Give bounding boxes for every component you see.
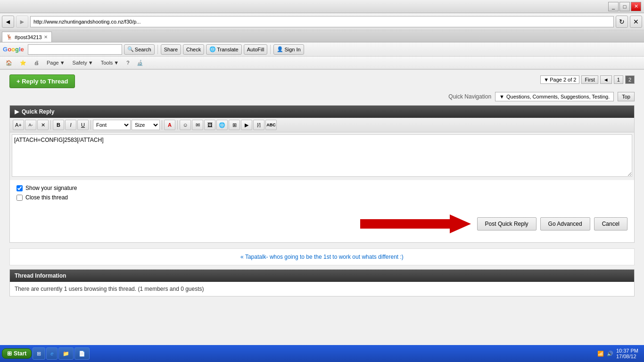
- page-menu-button[interactable]: Page ▼: [44, 58, 68, 68]
- bold-button[interactable]: B: [53, 120, 64, 130]
- translate-button[interactable]: 🌐 Translate: [206, 44, 241, 55]
- google-logo: Google: [3, 46, 24, 53]
- font-color-button[interactable]: A: [164, 120, 175, 130]
- nav-link-row: « Tapatalk- whos going to be the 1st to …: [9, 248, 635, 265]
- quick-nav-dropdown[interactable]: ▼ Questions, Comments, Suggestions, Test…: [495, 92, 614, 101]
- editor-separator-2: [91, 120, 91, 130]
- first-page-button[interactable]: First: [581, 75, 598, 84]
- font-color-icon: A: [168, 122, 172, 128]
- thread-info-body: There are currently 1 users browsing thi…: [10, 282, 634, 296]
- search-icon: 🔍: [127, 46, 134, 52]
- search-button[interactable]: 🔍 Search: [124, 44, 155, 55]
- post-quick-reply-button[interactable]: Post Quick Reply: [477, 217, 537, 230]
- tools-menu-button[interactable]: Tools ▼: [98, 58, 122, 68]
- share-button[interactable]: Share: [161, 44, 181, 55]
- page-dropdown[interactable]: ▼ Page 2 of 2: [540, 75, 579, 84]
- quick-reply-header-arrow: ▶: [15, 108, 19, 115]
- minimize-button[interactable]: _: [608, 2, 619, 11]
- video-icon: ▶: [245, 122, 248, 128]
- back-button[interactable]: ◄: [2, 16, 14, 28]
- page-content: + Reply to Thread ▼ Page 2 of 2 First ◄ …: [0, 70, 644, 362]
- reply-to-thread-button[interactable]: + Reply to Thread: [9, 74, 75, 88]
- taskbar-app-2[interactable]: e: [46, 347, 58, 360]
- titlebar-controls: _ □ ✕: [608, 2, 641, 11]
- toolbar-print-icon[interactable]: 🖨: [31, 58, 42, 68]
- underline-icon: U: [81, 122, 85, 128]
- taskbar-app-3[interactable]: 📁: [58, 347, 74, 360]
- toolbar-star-icon[interactable]: ⭐: [17, 58, 29, 68]
- tools-label: Tools: [101, 60, 113, 66]
- refresh-button[interactable]: ↻: [616, 16, 628, 28]
- signin-button[interactable]: 👤 Sign In: [273, 44, 304, 55]
- smiley-button[interactable]: ☺: [180, 120, 191, 130]
- autofill-button[interactable]: AutoFill: [244, 44, 268, 55]
- document-icon: 📄: [79, 351, 85, 357]
- italic-button[interactable]: I: [65, 120, 76, 130]
- clock: 10:37 PM 17/08/12: [616, 348, 638, 359]
- forward-button[interactable]: ►: [16, 16, 28, 28]
- research-button[interactable]: 🔬: [134, 58, 146, 68]
- thread-info-section: Thread Information There are currently 1…: [9, 269, 635, 296]
- email-icon: ✉: [196, 122, 200, 128]
- user-icon: 👤: [277, 46, 283, 52]
- tab-close-icon[interactable]: ✕: [44, 34, 48, 40]
- size-select[interactable]: Size: [132, 120, 160, 130]
- go-advanced-button[interactable]: Go Advanced: [540, 217, 590, 230]
- table-button[interactable]: ⊞: [229, 120, 240, 130]
- check-button[interactable]: Check: [183, 44, 204, 55]
- taskbar: ⊞ Start ⊞ e 📁 📄 📶 🔊 10:37 PM 17/08/12: [0, 345, 644, 362]
- page-label: Page: [47, 60, 59, 66]
- spell-button[interactable]: ABC: [265, 120, 277, 130]
- font-select[interactable]: Font: [93, 120, 131, 130]
- video-button[interactable]: ▶: [241, 120, 252, 130]
- cancel-button[interactable]: Cancel: [594, 217, 627, 230]
- page-2-button[interactable]: 2: [625, 75, 635, 84]
- date: 17/08/12: [616, 354, 636, 359]
- toolbar-home-icon[interactable]: 🏠: [3, 58, 15, 68]
- tapatalk-link[interactable]: « Tapatalk- whos going to be the 1st to …: [240, 254, 404, 260]
- show-signature-checkbox[interactable]: [17, 185, 23, 191]
- eraser-button[interactable]: ✕: [37, 120, 49, 130]
- taskbar-app-1[interactable]: ⊞: [33, 347, 45, 360]
- decrease-font-button[interactable]: A-: [25, 120, 36, 130]
- globe-button[interactable]: 🌐: [216, 120, 228, 130]
- tab-bar: 🦌 #post34213 ✕: [0, 30, 644, 42]
- code-button[interactable]: [/]: [253, 120, 264, 130]
- windows-icon: ⊞: [7, 350, 12, 357]
- picture-button[interactable]: 🖼: [204, 120, 215, 130]
- taskbar-tray: 📶 🔊 10:37 PM 17/08/12: [594, 348, 642, 359]
- underline-button[interactable]: U: [77, 120, 89, 130]
- maximize-button[interactable]: □: [619, 2, 630, 11]
- address-bar[interactable]: [30, 16, 614, 27]
- reply-textarea[interactable]: [ATTACH=CONFIG]2583[/ATTACH]: [12, 134, 632, 177]
- page-1-button[interactable]: 1: [614, 75, 623, 84]
- safety-label: Safety: [73, 60, 87, 66]
- prev-page-button[interactable]: ◄: [600, 75, 612, 84]
- taskbar-app-4[interactable]: 📄: [74, 347, 90, 360]
- close-thread-checkbox[interactable]: [17, 195, 23, 201]
- network-icon: 📶: [597, 351, 604, 357]
- svg-marker-0: [360, 214, 471, 233]
- taskbar-app1-icon: ⊞: [37, 351, 41, 357]
- close-button[interactable]: ✕: [631, 2, 641, 11]
- stop-button[interactable]: ✕: [630, 16, 642, 28]
- show-signature-label: Show your signature: [25, 185, 77, 191]
- top-label: Top: [622, 94, 630, 99]
- email-button[interactable]: ✉: [192, 120, 203, 130]
- start-button[interactable]: ⊞ Start: [2, 348, 32, 359]
- browser-tab[interactable]: 🦌 #post34213 ✕: [2, 32, 52, 42]
- increase-font-button[interactable]: A+: [13, 120, 24, 130]
- eraser-icon: ✕: [41, 122, 45, 128]
- safety-menu-button[interactable]: Safety ▼: [70, 58, 96, 68]
- page-label: Page 2 of 2: [550, 77, 576, 82]
- submit-row: Post Quick Reply Go Advanced Cancel: [10, 208, 634, 242]
- translate-icon: 🌐: [209, 46, 216, 52]
- quick-nav-top-button[interactable]: Top: [618, 92, 635, 101]
- smiley-icon: ☺: [182, 122, 188, 128]
- editor-separator-3: [162, 120, 162, 130]
- time: 10:37 PM: [616, 348, 638, 354]
- help-button[interactable]: ?: [124, 58, 132, 68]
- google-search-input[interactable]: [28, 44, 122, 55]
- decrease-font-icon: A-: [29, 123, 33, 127]
- prev-icon: ◄: [603, 77, 609, 82]
